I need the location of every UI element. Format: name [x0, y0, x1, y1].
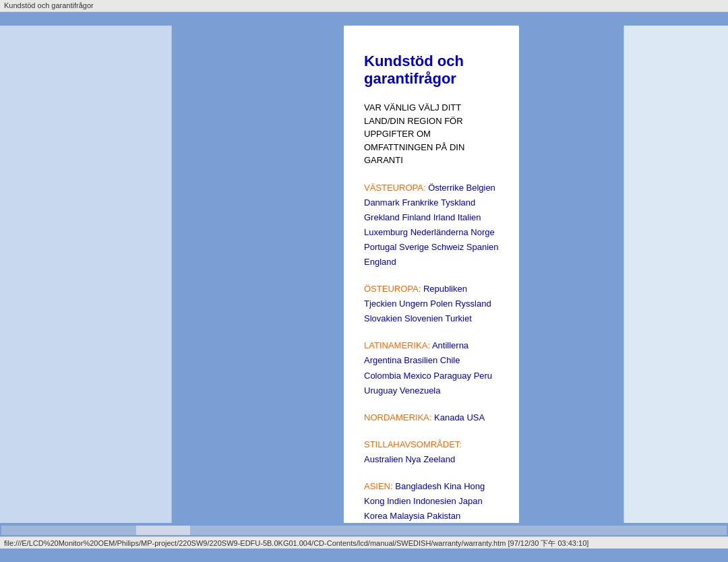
region-block-asien: ASIEN: Bangladesh Kina Hong Kong Indien … [364, 479, 499, 523]
country-link-ungern[interactable]: Ungern [399, 299, 428, 309]
region-block-nordamerika: NORDAMERIKA: Kanada USA [364, 410, 499, 425]
country-link-malaysia[interactable]: Malaysia [390, 511, 424, 521]
country-link-sverige[interactable]: Sverige [399, 242, 429, 252]
country-link-frankrike[interactable]: Frankrike [402, 197, 438, 208]
country-link-slovenien[interactable]: Slovenien [404, 313, 443, 323]
status-bar: file:///E/LCD%20Monitor%20OEM/Philips/MP… [0, 536, 728, 549]
country-link-indien[interactable]: Indien [387, 496, 411, 506]
country-link-kina[interactable]: Kina [444, 481, 462, 491]
region-label-stillahavsomradet: STILLAHAVSOMRÅDET: [364, 439, 462, 449]
title-bar: Kundstöd och garantifrågor [0, 0, 728, 12]
country-link-england[interactable]: England [364, 257, 396, 267]
country-link-nederländerna[interactable]: Nederländerna [411, 227, 468, 237]
country-link-tyskland[interactable]: Tyskland [441, 197, 475, 208]
country-link-nya-zeeland[interactable]: Nya Zeeland [405, 454, 455, 464]
country-link-ryssland[interactable]: Ryssland [455, 299, 491, 309]
country-link-australien[interactable]: Australien [364, 454, 403, 464]
country-link-luxemburg[interactable]: Luxemburg [364, 227, 408, 237]
country-link-venezuela[interactable]: Venezuela [400, 385, 441, 396]
left-panel [0, 26, 172, 523]
country-link-finland[interactable]: Finland [402, 212, 431, 222]
country-link-argentina[interactable]: Argentina [364, 355, 402, 365]
country-link-uruguay[interactable]: Uruguay [364, 385, 397, 396]
region-label-nordamerika: NORDAMERIKA: [364, 412, 434, 423]
region-block-stillahavsomradet: STILLAHAVSOMRÅDET: Australien Nya Zeelan… [364, 437, 499, 467]
country-link-belgien[interactable]: Belgien [466, 183, 495, 193]
country-link-bangladesh[interactable]: Bangladesh [395, 481, 442, 491]
country-link-usa[interactable]: USA [466, 412, 485, 423]
country-link-polen[interactable]: Polen [430, 299, 452, 309]
country-link-mexico[interactable]: Mexico [404, 371, 431, 381]
country-link-brasilien[interactable]: Brasilien [404, 355, 437, 365]
country-link-kanada[interactable]: Kanada [434, 412, 464, 423]
country-link-chile[interactable]: Chile [440, 355, 460, 365]
region-label-asien: ASIEN: [364, 481, 395, 491]
country-link-spanien[interactable]: Spanien [466, 242, 499, 252]
country-link-japan[interactable]: Japan [458, 496, 482, 506]
main-content: Kundstöd och garantifrågor VAR VÄNLIG VÄ… [344, 26, 519, 523]
region-label-vasteuropa: VÄSTEUROPA: [364, 183, 428, 193]
country-link-grekland[interactable]: Grekland [364, 212, 400, 222]
title-bar-text: Kundstöd och garantifrågor [4, 1, 94, 9]
region-label-osteuropa: ÖSTEUROPA: [364, 284, 423, 294]
region-block-latinamerika: LATINAMERIKA: Antillerna Argentina Brasi… [364, 338, 499, 398]
scrollbar-area[interactable] [0, 524, 728, 536]
country-link-norge[interactable]: Norge [471, 227, 494, 237]
country-link-peru[interactable]: Peru [474, 371, 492, 381]
country-link-korea[interactable]: Korea [364, 511, 388, 521]
country-link-danmark[interactable]: Danmark [364, 197, 400, 208]
country-link-italien[interactable]: Italien [458, 212, 481, 222]
page-title: Kundstöd och garantifrågor [364, 53, 499, 88]
scrollbar-track[interactable] [1, 526, 727, 535]
country-link-portugal[interactable]: Portugal [364, 242, 396, 252]
country-link-paraguay[interactable]: Paraguay [433, 371, 471, 381]
country-link-antillerna[interactable]: Antillerna [432, 340, 468, 350]
country-link-irland[interactable]: Irland [433, 212, 456, 222]
country-link-pakistan[interactable]: Pakistan [427, 511, 460, 521]
country-link-indonesien[interactable]: Indonesien [413, 496, 456, 506]
status-bar-text: file:///E/LCD%20Monitor%20OEM/Philips/MP… [4, 539, 588, 547]
scrollbar-thumb[interactable] [136, 526, 190, 535]
country-link-colombia[interactable]: Colombia [364, 371, 401, 381]
country-link-turkiet[interactable]: Turkiet [446, 313, 472, 323]
country-link-schweiz[interactable]: Schweiz [431, 242, 464, 252]
country-link-slovakien[interactable]: Slovakien [364, 313, 402, 323]
region-block-vasteuropa: VÄSTEUROPA: Österrike Belgien Danmark Fr… [364, 181, 499, 270]
right-panel [624, 26, 728, 523]
region-label-latinamerika: LATINAMERIKA: [364, 340, 432, 350]
intro-text: VAR VÄNLIG VÄLJ DITT LAND/DIN REGION FÖR… [364, 101, 499, 167]
region-block-osteuropa: ÖSTEUROPA: Republiken Tjeckien Ungern Po… [364, 282, 499, 326]
country-link-österrike[interactable]: Österrike [428, 183, 464, 193]
